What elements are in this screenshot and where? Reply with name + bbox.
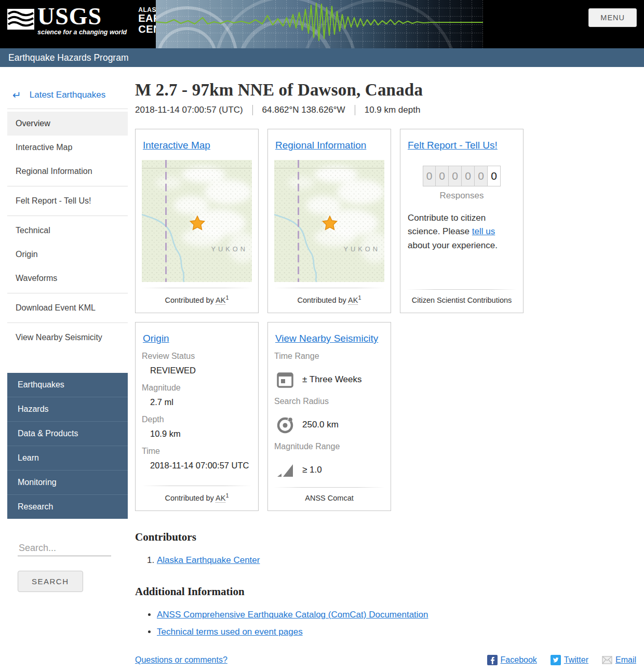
sidebar-item-overview[interactable]: Overview bbox=[7, 112, 128, 136]
cards-grid: Interactive Map bbox=[135, 129, 636, 511]
seismograph-banner-image bbox=[156, 0, 483, 48]
responses-label: Responses bbox=[407, 191, 517, 201]
sidebar-item-felt-report[interactable]: Felt Report - Tell Us! bbox=[7, 189, 128, 213]
time-range-row: ± Three Weeks bbox=[275, 370, 384, 389]
site-header: USGS science for a changing world ALASKA… bbox=[0, 0, 644, 48]
nav-item-learn[interactable]: Learn bbox=[7, 446, 128, 470]
tell-us-link[interactable]: tell us bbox=[472, 226, 495, 236]
back-arrow-icon: ↵ bbox=[12, 89, 21, 101]
event-time: 2018-11-14 07:00:57 (UTC) bbox=[135, 105, 252, 115]
nav-item-research[interactable]: Research bbox=[7, 494, 128, 519]
contributors-heading: Contributors bbox=[135, 531, 636, 544]
search-radius-label: Search Radius bbox=[274, 397, 384, 406]
event-coordinates: 64.862°N 138.626°W bbox=[252, 105, 355, 115]
felt-report-footer: Citizen Scientist Contributions bbox=[407, 290, 517, 306]
nav-item-earthquakes[interactable]: Earthquakes bbox=[7, 373, 128, 397]
usgs-wave-icon bbox=[7, 9, 34, 36]
radius-icon bbox=[275, 415, 295, 435]
time-range-label: Time Range bbox=[274, 352, 384, 361]
interactive-map-link[interactable]: Interactive Map bbox=[143, 140, 252, 151]
contributor-reference: 1 bbox=[225, 294, 229, 301]
usgs-wordmark: USGS bbox=[37, 5, 127, 28]
contributor-reference: 1 bbox=[225, 492, 229, 499]
menu-button[interactable]: MENU bbox=[588, 8, 637, 27]
list-item: ANSS Comprehensive Earthquake Catalog (C… bbox=[157, 610, 636, 620]
facebook-icon bbox=[487, 655, 498, 665]
contributor-ak-link[interactable]: AK bbox=[348, 296, 358, 305]
contributors-list: Alaska Earthquake Center bbox=[157, 555, 636, 566]
interactive-map-footer: Contributed by AK1 bbox=[142, 288, 252, 306]
questions-or-comments-link[interactable]: Questions or comments? bbox=[135, 655, 227, 665]
event-depth: 10.9 km depth bbox=[355, 105, 430, 115]
search-radius-row: 250.0 km bbox=[275, 415, 384, 435]
calendar-icon bbox=[275, 370, 295, 389]
email-icon bbox=[602, 655, 612, 665]
sidebar-item-view-nearby-seismicity[interactable]: View Nearby Seismicity bbox=[7, 326, 128, 350]
magnitude-icon bbox=[275, 460, 295, 480]
counter-digit: 0 bbox=[436, 166, 449, 186]
felt-report-link[interactable]: Felt Report - Tell Us! bbox=[408, 140, 517, 151]
nearby-seismicity-footer: ANSS Comcat bbox=[274, 488, 384, 504]
facebook-share[interactable]: Facebook bbox=[487, 655, 537, 665]
sidebar-item-waveforms[interactable]: Waveforms bbox=[7, 266, 128, 290]
program-bar-title: Earthquake Hazards Program bbox=[8, 52, 129, 63]
event-map-thumbnail[interactable]: YUKON bbox=[274, 159, 384, 283]
felt-report-text: Contribute to citizen science. Please te… bbox=[407, 211, 517, 252]
counter-digit: 0 bbox=[423, 166, 436, 186]
email-share[interactable]: Email bbox=[602, 655, 636, 665]
sidebar-item-origin[interactable]: Origin bbox=[7, 243, 128, 266]
event-summary-row: 2018-11-14 07:00:57 (UTC) 64.862°N 138.6… bbox=[135, 105, 636, 115]
list-item: Technical terms used on event pages bbox=[157, 627, 636, 637]
magnitude-range-label: Magnitude Range bbox=[274, 442, 384, 451]
nav-item-monitoring[interactable]: Monitoring bbox=[7, 470, 128, 494]
view-nearby-seismicity-link[interactable]: View Nearby Seismicity bbox=[275, 333, 384, 344]
alaska-earthquake-center-link[interactable]: Alaska Earthquake Center bbox=[157, 555, 260, 565]
nearby-seismicity-card: View Nearby Seismicity Time Range ± Thre… bbox=[267, 322, 391, 511]
twitter-icon bbox=[551, 655, 561, 665]
usgs-tagline: science for a changing world bbox=[37, 29, 127, 36]
usgs-logo[interactable]: USGS science for a changing world bbox=[7, 5, 127, 36]
depth-field: Depth 10.9 km bbox=[142, 415, 252, 439]
contributor-ak-link[interactable]: AK bbox=[216, 494, 225, 503]
origin-link[interactable]: Origin bbox=[143, 333, 252, 344]
nav-item-data-products[interactable]: Data & Products bbox=[7, 421, 128, 446]
sidebar-item-technical[interactable]: Technical bbox=[7, 219, 128, 243]
site-nav: Earthquakes Hazards Data & Products Lear… bbox=[7, 373, 128, 519]
main-content: M 2.7 - 97km NNE of Dawson, Canada 2018-… bbox=[135, 80, 636, 665]
additional-information-list: ANSS Comprehensive Earthquake Catalog (C… bbox=[157, 610, 636, 637]
counter-digit: 0 bbox=[449, 166, 462, 186]
felt-report-card: Felt Report - Tell Us! 0 0 0 0 0 0 Respo… bbox=[400, 129, 524, 313]
counter-digit: 0 bbox=[462, 166, 475, 186]
technical-terms-link[interactable]: Technical terms used on event pages bbox=[157, 627, 303, 637]
search-button[interactable]: SEARCH bbox=[18, 571, 83, 592]
map-region-label: YUKON bbox=[211, 245, 248, 253]
additional-information-heading: Additional Information bbox=[135, 585, 636, 598]
page-title: M 2.7 - 97km NNE of Dawson, Canada bbox=[135, 80, 636, 100]
sidebar-item-download-event-kml[interactable]: Download Event KML bbox=[7, 296, 128, 320]
latest-earthquakes-link[interactable]: Latest Earthquakes bbox=[30, 90, 105, 100]
time-field: Time 2018-11-14 07:00:57 UTC bbox=[142, 447, 252, 471]
back-to-latest-earthquakes[interactable]: ↵ Latest Earthquakes bbox=[7, 83, 128, 109]
review-status-field: Review Status REVIEWED bbox=[142, 352, 252, 375]
map-region-label: YUKON bbox=[344, 245, 381, 253]
sidebar: ↵ Latest Earthquakes Overview Interactiv… bbox=[7, 83, 128, 592]
search-input[interactable] bbox=[18, 541, 111, 556]
contributor-reference: 1 bbox=[358, 294, 361, 301]
interactive-map-card: Interactive Map bbox=[135, 129, 259, 313]
nav-item-hazards[interactable]: Hazards bbox=[7, 397, 128, 421]
regional-information-card: Regional Information bbox=[267, 129, 391, 313]
origin-footer: Contributed by AK1 bbox=[142, 486, 252, 504]
regional-information-link[interactable]: Regional Information bbox=[275, 140, 384, 151]
magnitude-field: Magnitude 2.7 ml bbox=[142, 383, 252, 407]
counter-digit: 0 bbox=[488, 166, 501, 186]
sidebar-item-regional-information[interactable]: Regional Information bbox=[7, 159, 128, 183]
comcat-documentation-link[interactable]: ANSS Comprehensive Earthquake Catalog (C… bbox=[157, 610, 428, 620]
origin-card: Origin Review Status REVIEWED Magnitude … bbox=[135, 322, 259, 511]
contributor-ak-link[interactable]: AK bbox=[216, 296, 225, 305]
feedback-row: Questions or comments? Facebook Twitter bbox=[135, 655, 636, 665]
program-bar: Earthquake Hazards Program bbox=[0, 48, 644, 67]
magnitude-range-row: ≥ 1.0 bbox=[275, 460, 384, 480]
sidebar-item-interactive-map[interactable]: Interactive Map bbox=[7, 136, 128, 159]
event-map-thumbnail[interactable]: YUKON bbox=[142, 159, 252, 283]
twitter-share[interactable]: Twitter bbox=[551, 655, 588, 665]
